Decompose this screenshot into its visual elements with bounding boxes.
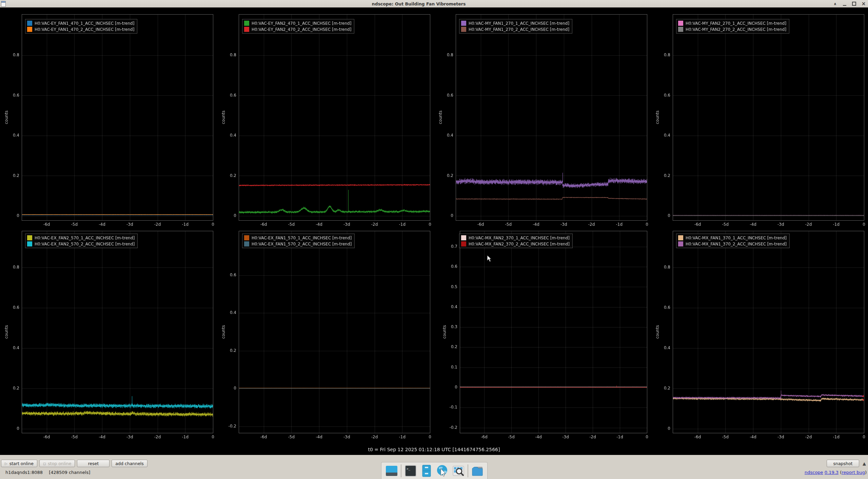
start-online-button[interactable]: ▷ start online <box>1 460 37 467</box>
legend-entry: H0:VAC-EX_FAN2_570_1_ACC_INCHSEC [m-tren… <box>27 235 135 240</box>
legend-label: H0:VAC-EY_FAN1_470_1_ACC_INCHSEC [m-tren… <box>35 21 134 26</box>
legend-label: H0:VAC-EX_FAN2_570_2_ACC_INCHSEC [m-tren… <box>35 242 135 246</box>
legend-label: H0:VAC-EX_FAN1_570_2_ACC_INCHSEC [m-tren… <box>252 242 352 246</box>
plot-legend[interactable]: H0:VAC-MX_FAN1_370_1_ACC_INCHSEC [m-tren… <box>676 234 790 248</box>
dock-separator <box>468 464 468 477</box>
dock-separator <box>401 464 401 477</box>
legend-entry: H0:VAC-MY_FAN1_270_2_ACC_INCHSEC [m-tren… <box>461 27 569 32</box>
legend-swatch <box>27 241 32 246</box>
screenshot-tool-icon[interactable] <box>452 464 465 478</box>
legend-swatch <box>678 27 683 32</box>
legend-label: H0:VAC-EX_FAN1_570_1_ACC_INCHSEC [m-tren… <box>252 236 352 240</box>
legend-label: H0:VAC-EY_FAN2_470_2_ACC_INCHSEC [m-tren… <box>252 27 351 32</box>
legend-swatch <box>244 235 249 240</box>
legend-label: H0:VAC-MX_FAN1_370_2_ACC_INCHSEC [m-tren… <box>686 242 787 246</box>
status-bar: h1daqnds1:8088 [428509 channels] <box>5 470 90 475</box>
stop-online-button[interactable]: ◻ stop online <box>39 460 75 467</box>
legend-label: H0:VAC-MY_FAN1_270_2_ACC_INCHSEC [m-tren… <box>469 27 569 32</box>
file-manager-icon[interactable] <box>420 464 433 478</box>
legend-swatch <box>27 21 32 26</box>
legend-label: H0:VAC-EY_FAN1_470_2_ACC_INCHSEC [m-tren… <box>35 27 134 32</box>
legend-entry: H0:VAC-MX_FAN1_370_2_ACC_INCHSEC [m-tren… <box>678 241 787 246</box>
legend-swatch <box>244 241 249 246</box>
legend-swatch <box>244 21 249 26</box>
plot-legend[interactable]: H0:VAC-MX_FAN2_370_1_ACC_INCHSEC [m-tren… <box>459 234 573 248</box>
legend-swatch <box>461 235 466 240</box>
plot-legend[interactable]: H0:VAC-EY_FAN1_470_1_ACC_INCHSEC [m-tren… <box>25 19 137 34</box>
legend-entry: H0:VAC-MX_FAN1_370_1_ACC_INCHSEC [m-tren… <box>678 235 787 240</box>
legend-entry: H0:VAC-EY_FAN1_470_2_ACC_INCHSEC [m-tren… <box>27 27 134 32</box>
legend-swatch <box>678 235 683 240</box>
play-icon: ▷ <box>5 462 7 465</box>
plot-legend[interactable]: H0:VAC-EX_FAN2_570_1_ACC_INCHSEC [m-tren… <box>25 234 138 248</box>
version-link[interactable]: 0.19.3 <box>825 470 839 475</box>
legend-swatch <box>461 27 466 32</box>
web-browser-icon[interactable] <box>436 464 449 478</box>
legend-label: H0:VAC-MX_FAN2_370_2_ACC_INCHSEC [m-tren… <box>469 242 570 246</box>
legend-swatch <box>27 27 32 32</box>
legend-entry: H0:VAC-EY_FAN2_470_1_ACC_INCHSEC [m-tren… <box>244 21 351 26</box>
maximize-window-button[interactable] <box>852 1 856 7</box>
legend-swatch <box>27 235 32 240</box>
taskbar-dock: >_ <box>381 462 488 479</box>
plot-legend[interactable]: H0:VAC-EY_FAN2_470_1_ACC_INCHSEC [m-tren… <box>242 19 354 34</box>
legend-label: H0:VAC-MY_FAN1_270_1_ACC_INCHSEC [m-tren… <box>469 21 569 26</box>
legend-swatch <box>678 21 683 26</box>
legend-entry: H0:VAC-EX_FAN1_570_2_ACC_INCHSEC [m-tren… <box>244 241 352 246</box>
legend-entry: H0:VAC-MX_FAN2_370_2_ACC_INCHSEC [m-tren… <box>461 241 570 246</box>
plot-legend[interactable]: H0:VAC-MY_FAN1_270_1_ACC_INCHSEC [m-tren… <box>459 19 572 34</box>
legend-entry: H0:VAC-EX_FAN2_570_2_ACC_INCHSEC [m-tren… <box>27 241 135 246</box>
reset-button[interactable]: reset <box>77 460 110 467</box>
expand-arrow-icon[interactable]: ▲ <box>863 461 866 466</box>
legend-label: H0:VAC-MX_FAN1_370_1_ACC_INCHSEC [m-tren… <box>686 236 787 240</box>
close-window-button[interactable]: × <box>861 2 866 5</box>
legend-swatch <box>461 21 466 26</box>
svg-text:>_: >_ <box>407 467 410 471</box>
legend-entry: H0:VAC-MX_FAN2_370_1_ACC_INCHSEC [m-tren… <box>461 235 570 240</box>
plot-legend[interactable]: H0:VAC-EX_FAN1_570_1_ACC_INCHSEC [m-tren… <box>242 234 355 248</box>
legend-swatch <box>461 241 466 246</box>
window-title: ndscope: Out Building Fan Vibrometers <box>0 1 837 6</box>
legend-label: H0:VAC-MY_FAN2_270_1_ACC_INCHSEC [m-tren… <box>686 21 786 26</box>
minimize-window-button[interactable] <box>842 1 847 7</box>
shade-window-button[interactable]: ∧ <box>833 2 837 6</box>
legend-entry: H0:VAC-MY_FAN1_270_1_ACC_INCHSEC [m-tren… <box>461 21 569 26</box>
mouse-cursor <box>487 255 492 262</box>
legend-label: H0:VAC-EY_FAN2_470_1_ACC_INCHSEC [m-tren… <box>252 21 351 26</box>
legend-label: H0:VAC-MX_FAN2_370_1_ACC_INCHSEC [m-tren… <box>469 236 570 240</box>
terminal-icon[interactable]: >_ <box>404 464 417 478</box>
stop-icon: ◻ <box>43 462 46 465</box>
legend-entry: H0:VAC-MY_FAN2_270_2_ACC_INCHSEC [m-tren… <box>678 27 786 32</box>
file-browser-icon[interactable] <box>471 464 484 478</box>
legend-swatch <box>678 241 683 246</box>
legend-label: H0:VAC-EX_FAN2_570_1_ACC_INCHSEC [m-tren… <box>35 236 135 240</box>
snapshot-button[interactable]: snapshot <box>827 460 859 467</box>
t0-label: t0 = Fri Sep 12 2025 01:12:18 UTC [14416… <box>0 447 868 452</box>
channel-count: [428509 channels] <box>49 470 90 475</box>
report-bug-link[interactable]: report bug <box>842 470 865 475</box>
legend-entry: H0:VAC-EY_FAN1_470_1_ACC_INCHSEC [m-tren… <box>27 21 134 26</box>
legend-swatch <box>244 27 249 32</box>
legend-entry: H0:VAC-MY_FAN2_270_1_ACC_INCHSEC [m-tren… <box>678 21 786 26</box>
legend-entry: H0:VAC-EY_FAN2_470_2_ACC_INCHSEC [m-tren… <box>244 27 351 32</box>
version-line: ndscope 0.19.3 (report bug) <box>805 470 867 475</box>
legend-entry: H0:VAC-EX_FAN1_570_1_ACC_INCHSEC [m-tren… <box>244 235 352 240</box>
ndscope-link[interactable]: ndscope <box>805 470 823 475</box>
legend-label: H0:VAC-MY_FAN2_270_2_ACC_INCHSEC [m-tren… <box>686 27 786 32</box>
plots-canvas[interactable] <box>0 7 868 455</box>
screen: ndscope: Out Building Fan Vibrometers ∧ … <box>0 0 868 479</box>
titlebar[interactable]: ndscope: Out Building Fan Vibrometers ∧ … <box>0 0 868 8</box>
show-desktop-icon[interactable] <box>385 464 398 478</box>
plot-legend[interactable]: H0:VAC-MY_FAN2_270_1_ACC_INCHSEC [m-tren… <box>676 19 789 34</box>
add-channels-button[interactable]: add channels <box>112 460 147 467</box>
nds-server: h1daqnds1:8088 <box>5 470 43 475</box>
